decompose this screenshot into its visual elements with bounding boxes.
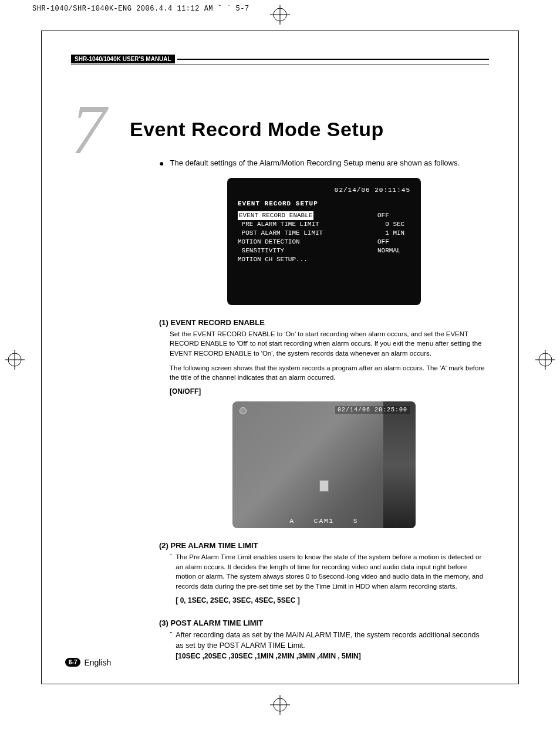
- content-area: ● The default settings of the Alarm/Moti…: [159, 158, 489, 666]
- section-1-body: Set the EVENT RECORD ENABLE to 'On' to s…: [170, 329, 489, 359]
- record-dot-icon: [239, 407, 247, 414]
- header-rules: SHR-1040/1040K USER'S MANUAL: [71, 55, 489, 65]
- dash-icon: -: [170, 550, 172, 610]
- crop-mark-right-icon: [535, 350, 555, 370]
- chapter-number: 7: [71, 102, 106, 158]
- section-1-body2: The following screen shows that the syst…: [170, 363, 489, 383]
- camera-s-marker: S: [353, 518, 359, 525]
- section-2-options: [ 0, 1SEC, 2SEC, 3SEC, 4SEC, 5SEC ]: [176, 596, 489, 604]
- section-3-options: [10SEC ,20SEC ,30SEC ,1MIN ,2MIN ,3MIN ,…: [176, 652, 489, 660]
- section-1-options: [ON/OFF]: [170, 387, 489, 396]
- bullet-icon: ●: [159, 158, 164, 168]
- camera-channel-label: CAM1: [314, 518, 334, 525]
- crop-mark-left-icon: [5, 350, 25, 370]
- section-3-body: After recording data as set by the MAIN …: [176, 630, 489, 651]
- camera-preview-screenshot: 02/14/06 20:25:00 A CAM1 S: [232, 401, 416, 528]
- osd-menu-screenshot: 02/14/06 20:11:45 EVENT RECORD SETUP EVE…: [227, 178, 421, 305]
- dash-icon: -: [170, 627, 172, 666]
- osd-row: POST ALARM TIME LIMIT 1 MIN: [238, 229, 410, 238]
- chapter-title: Event Record Mode Setup: [130, 118, 489, 141]
- section-2-body: The Pre Alarm Time Limit enables users t…: [176, 552, 489, 592]
- manual-name-badge: SHR-1040/1040K USER'S MANUAL: [71, 55, 175, 63]
- osd-row: MOTION DETECTIONOFF: [238, 238, 410, 246]
- section-2-head: (2) PRE ALARM TIME LIMIT: [159, 541, 489, 550]
- intro-text: The default settings of the Alarm/Motion…: [170, 158, 460, 167]
- crop-mark-top-icon: [270, 5, 290, 25]
- osd-row: PRE ALARM TIME LIMIT 0 SEC: [238, 220, 410, 229]
- page-number-badge: 6-7: [65, 658, 80, 667]
- osd-row: MOTION CH SETUP...: [238, 255, 410, 264]
- section-1-head: (1) EVENT RECORD ENABLE: [159, 318, 489, 327]
- page-language: English: [84, 658, 111, 667]
- section-3-head: (3) POST ALARM TIME LIMIT: [159, 619, 489, 627]
- crop-mark-bottom-icon: [270, 695, 290, 715]
- page-footer: 6-7 English: [65, 658, 111, 667]
- osd-header: EVENT RECORD SETUP: [238, 200, 410, 208]
- osd-timestamp: 02/14/06 20:11:45: [238, 186, 410, 195]
- camera-a-marker: A: [290, 518, 295, 525]
- camera-timestamp: 02/14/06 20:25:00: [335, 406, 410, 414]
- osd-row: EVENT RECORD ENABLEOFF: [238, 211, 410, 220]
- page-frame: SHR-1040/1040K USER'S MANUAL 7 Event Rec…: [41, 31, 519, 684]
- osd-row: SENSITIVITYNORMAL: [238, 246, 410, 255]
